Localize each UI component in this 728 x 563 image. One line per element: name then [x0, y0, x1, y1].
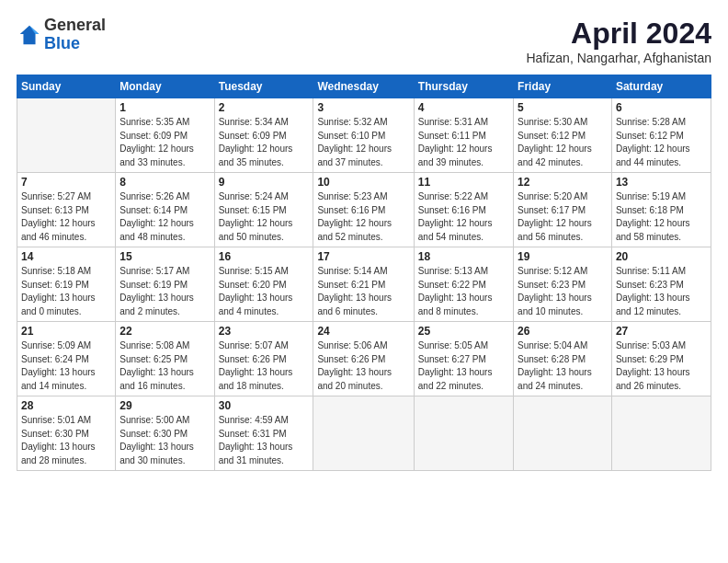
day-info: Sunrise: 5:05 AM Sunset: 6:27 PM Dayligh… [418, 339, 509, 393]
day-info: Sunrise: 5:01 AM Sunset: 6:30 PM Dayligh… [21, 414, 111, 467]
weekday-header-tuesday: Tuesday [214, 75, 313, 98]
day-number: 15 [119, 250, 210, 263]
weekday-header-thursday: Thursday [414, 75, 513, 98]
logo-blue-text: Blue [44, 34, 80, 52]
day-info: Sunrise: 5:32 AM Sunset: 6:10 PM Dayligh… [317, 116, 409, 169]
day-number: 28 [21, 399, 111, 412]
calendar-cell: 27Sunrise: 5:03 AM Sunset: 6:29 PM Dayli… [611, 322, 711, 396]
calendar-week-row-4: 21Sunrise: 5:09 AM Sunset: 6:24 PM Dayli… [17, 322, 711, 396]
day-info: Sunrise: 5:17 AM Sunset: 6:19 PM Dayligh… [119, 265, 210, 318]
day-number: 17 [317, 250, 409, 263]
day-number: 5 [518, 101, 608, 114]
day-number: 1 [119, 101, 210, 114]
calendar-cell: 4Sunrise: 5:31 AM Sunset: 6:11 PM Daylig… [414, 98, 513, 173]
calendar-cell: 30Sunrise: 4:59 AM Sunset: 6:31 PM Dayli… [214, 396, 313, 471]
calendar-cell: 25Sunrise: 5:05 AM Sunset: 6:27 PM Dayli… [414, 322, 513, 396]
day-info: Sunrise: 5:08 AM Sunset: 6:25 PM Dayligh… [119, 339, 210, 393]
day-number: 10 [317, 176, 409, 189]
day-info: Sunrise: 5:26 AM Sunset: 6:14 PM Dayligh… [119, 190, 210, 244]
calendar-cell: 11Sunrise: 5:22 AM Sunset: 6:16 PM Dayli… [414, 173, 513, 247]
day-number: 4 [418, 101, 509, 114]
day-number: 26 [518, 325, 608, 338]
calendar-header-row: SundayMondayTuesdayWednesdayThursdayFrid… [17, 75, 711, 98]
day-number: 7 [21, 176, 111, 189]
day-number: 13 [616, 176, 707, 189]
day-number: 2 [219, 101, 310, 114]
calendar-cell: 21Sunrise: 5:09 AM Sunset: 6:24 PM Dayli… [17, 322, 116, 396]
calendar-cell: 14Sunrise: 5:18 AM Sunset: 6:19 PM Dayli… [17, 247, 116, 322]
calendar-week-row-1: 1Sunrise: 5:35 AM Sunset: 6:09 PM Daylig… [17, 98, 711, 173]
calendar-cell: 2Sunrise: 5:34 AM Sunset: 6:09 PM Daylig… [214, 98, 313, 173]
day-number: 11 [418, 176, 509, 189]
day-number: 22 [119, 325, 210, 338]
day-info: Sunrise: 5:09 AM Sunset: 6:24 PM Dayligh… [21, 339, 111, 393]
calendar-cell: 6Sunrise: 5:28 AM Sunset: 6:12 PM Daylig… [611, 98, 711, 173]
title-block: April 2024 Hafizan, Nangarhar, Afghanist… [526, 17, 711, 65]
calendar-cell: 18Sunrise: 5:13 AM Sunset: 6:22 PM Dayli… [414, 247, 513, 322]
day-number: 24 [317, 325, 409, 338]
calendar-cell: 7Sunrise: 5:27 AM Sunset: 6:13 PM Daylig… [17, 173, 116, 247]
calendar-cell: 23Sunrise: 5:07 AM Sunset: 6:26 PM Dayli… [214, 322, 313, 396]
day-number: 25 [418, 325, 509, 338]
calendar-cell: 29Sunrise: 5:00 AM Sunset: 6:30 PM Dayli… [116, 396, 214, 471]
calendar-week-row-3: 14Sunrise: 5:18 AM Sunset: 6:19 PM Dayli… [17, 247, 711, 322]
calendar-cell [611, 396, 711, 471]
calendar-cell: 28Sunrise: 5:01 AM Sunset: 6:30 PM Dayli… [17, 396, 116, 471]
day-info: Sunrise: 5:19 AM Sunset: 6:18 PM Dayligh… [616, 190, 707, 244]
day-number: 16 [219, 250, 310, 263]
day-info: Sunrise: 4:59 AM Sunset: 6:31 PM Dayligh… [219, 414, 310, 467]
calendar-cell: 26Sunrise: 5:04 AM Sunset: 6:28 PM Dayli… [514, 322, 612, 396]
day-info: Sunrise: 5:03 AM Sunset: 6:29 PM Dayligh… [616, 339, 707, 393]
day-number: 6 [616, 101, 707, 114]
month-title: April 2024 [526, 17, 711, 51]
day-info: Sunrise: 5:14 AM Sunset: 6:21 PM Dayligh… [317, 265, 409, 318]
logo-icon [17, 22, 42, 48]
day-info: Sunrise: 5:31 AM Sunset: 6:11 PM Dayligh… [418, 116, 509, 169]
day-info: Sunrise: 5:18 AM Sunset: 6:19 PM Dayligh… [21, 265, 111, 318]
day-number: 18 [418, 250, 509, 263]
day-info: Sunrise: 5:35 AM Sunset: 6:09 PM Dayligh… [119, 116, 210, 169]
weekday-header-monday: Monday [116, 75, 214, 98]
day-number: 8 [119, 176, 210, 189]
day-info: Sunrise: 5:28 AM Sunset: 6:12 PM Dayligh… [616, 116, 707, 169]
day-info: Sunrise: 5:22 AM Sunset: 6:16 PM Dayligh… [418, 190, 509, 244]
day-number: 12 [518, 176, 608, 189]
calendar-week-row-5: 28Sunrise: 5:01 AM Sunset: 6:30 PM Dayli… [17, 396, 711, 471]
day-number: 9 [219, 176, 310, 189]
calendar-cell [313, 396, 414, 471]
day-number: 19 [518, 250, 608, 263]
day-number: 27 [616, 325, 707, 338]
day-info: Sunrise: 5:11 AM Sunset: 6:23 PM Dayligh… [616, 265, 707, 318]
day-info: Sunrise: 5:20 AM Sunset: 6:17 PM Dayligh… [518, 190, 608, 244]
logo-general-text: General [44, 16, 106, 34]
day-number: 14 [21, 250, 111, 263]
calendar-cell: 24Sunrise: 5:06 AM Sunset: 6:26 PM Dayli… [313, 322, 414, 396]
day-info: Sunrise: 5:12 AM Sunset: 6:23 PM Dayligh… [518, 265, 608, 318]
calendar-cell: 9Sunrise: 5:24 AM Sunset: 6:15 PM Daylig… [214, 173, 313, 247]
day-info: Sunrise: 5:06 AM Sunset: 6:26 PM Dayligh… [317, 339, 409, 393]
day-info: Sunrise: 5:24 AM Sunset: 6:15 PM Dayligh… [219, 190, 310, 244]
day-number: 3 [317, 101, 409, 114]
weekday-header-saturday: Saturday [611, 75, 711, 98]
calendar-cell: 17Sunrise: 5:14 AM Sunset: 6:21 PM Dayli… [313, 247, 414, 322]
calendar-cell: 5Sunrise: 5:30 AM Sunset: 6:12 PM Daylig… [514, 98, 612, 173]
day-info: Sunrise: 5:15 AM Sunset: 6:20 PM Dayligh… [219, 265, 310, 318]
day-number: 29 [119, 399, 210, 412]
calendar-cell: 15Sunrise: 5:17 AM Sunset: 6:19 PM Dayli… [116, 247, 214, 322]
day-number: 30 [219, 399, 310, 412]
calendar-table: SundayMondayTuesdayWednesdayThursdayFrid… [17, 75, 711, 471]
calendar-cell [17, 98, 116, 173]
weekday-header-friday: Friday [514, 75, 612, 98]
calendar-cell: 12Sunrise: 5:20 AM Sunset: 6:17 PM Dayli… [514, 173, 612, 247]
calendar-cell: 10Sunrise: 5:23 AM Sunset: 6:16 PM Dayli… [313, 173, 414, 247]
day-info: Sunrise: 5:34 AM Sunset: 6:09 PM Dayligh… [219, 116, 310, 169]
day-info: Sunrise: 5:07 AM Sunset: 6:26 PM Dayligh… [219, 339, 310, 393]
calendar-cell: 22Sunrise: 5:08 AM Sunset: 6:25 PM Dayli… [116, 322, 214, 396]
calendar-cell: 13Sunrise: 5:19 AM Sunset: 6:18 PM Dayli… [611, 173, 711, 247]
day-info: Sunrise: 5:27 AM Sunset: 6:13 PM Dayligh… [21, 190, 111, 244]
page-header: General Blue April 2024 Hafizan, Nangarh… [17, 17, 711, 65]
location-subtitle: Hafizan, Nangarhar, Afghanistan [526, 51, 711, 65]
day-number: 20 [616, 250, 707, 263]
day-info: Sunrise: 5:30 AM Sunset: 6:12 PM Dayligh… [518, 116, 608, 169]
logo: General Blue [17, 17, 106, 53]
